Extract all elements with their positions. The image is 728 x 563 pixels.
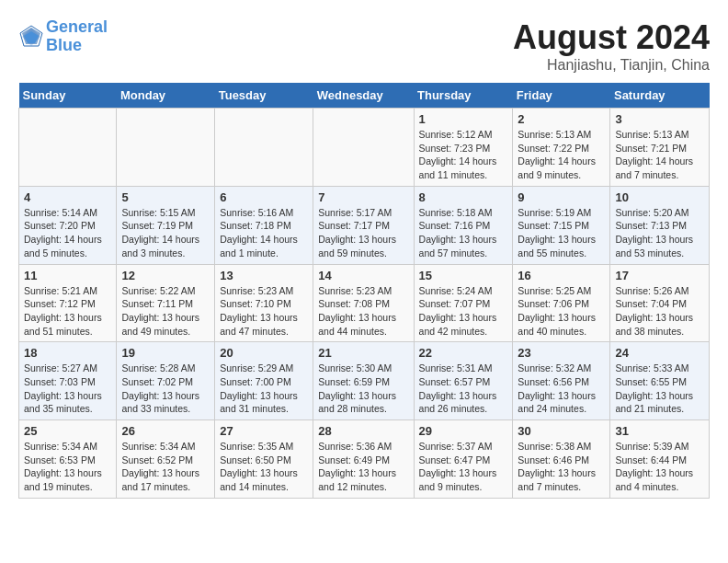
calendar-cell: 24Sunrise: 5:33 AM Sunset: 6:55 PM Dayli… bbox=[610, 342, 710, 420]
weekday-header-tuesday: Tuesday bbox=[215, 83, 313, 109]
location: Hanjiashu, Tianjin, China bbox=[513, 57, 710, 74]
day-number: 13 bbox=[220, 269, 308, 282]
day-info: Sunrise: 5:34 AM Sunset: 6:53 PM Dayligh… bbox=[24, 440, 111, 494]
calendar-week-4: 18Sunrise: 5:27 AM Sunset: 7:03 PM Dayli… bbox=[19, 342, 710, 420]
logo: General Blue bbox=[18, 18, 108, 55]
calendar-cell: 4Sunrise: 5:14 AM Sunset: 7:20 PM Daylig… bbox=[19, 186, 117, 264]
day-info: Sunrise: 5:17 AM Sunset: 7:17 PM Dayligh… bbox=[318, 206, 408, 260]
calendar-cell: 9Sunrise: 5:19 AM Sunset: 7:15 PM Daylig… bbox=[513, 186, 610, 264]
title-block: August 2024 Hanjiashu, Tianjin, China bbox=[513, 18, 710, 74]
day-number: 8 bbox=[419, 190, 508, 204]
day-number: 23 bbox=[518, 346, 605, 360]
calendar-cell: 12Sunrise: 5:22 AM Sunset: 7:11 PM Dayli… bbox=[117, 264, 215, 342]
day-number: 14 bbox=[318, 269, 408, 282]
day-info: Sunrise: 5:31 AM Sunset: 6:57 PM Dayligh… bbox=[419, 362, 508, 416]
day-number: 29 bbox=[419, 424, 508, 438]
day-info: Sunrise: 5:39 AM Sunset: 6:44 PM Dayligh… bbox=[615, 440, 704, 494]
calendar-cell: 30Sunrise: 5:38 AM Sunset: 6:46 PM Dayli… bbox=[513, 420, 610, 499]
day-number: 30 bbox=[518, 424, 605, 438]
calendar-cell: 23Sunrise: 5:32 AM Sunset: 6:56 PM Dayli… bbox=[513, 342, 610, 420]
day-info: Sunrise: 5:13 AM Sunset: 7:22 PM Dayligh… bbox=[518, 128, 605, 182]
day-number: 31 bbox=[615, 424, 704, 438]
calendar-cell bbox=[117, 109, 215, 187]
day-number: 25 bbox=[24, 424, 111, 438]
calendar-cell: 15Sunrise: 5:24 AM Sunset: 7:07 PM Dayli… bbox=[414, 264, 513, 342]
weekday-header-row: SundayMondayTuesdayWednesdayThursdayFrid… bbox=[19, 83, 710, 109]
calendar-cell bbox=[313, 109, 414, 187]
day-number: 1 bbox=[419, 112, 508, 126]
day-info: Sunrise: 5:21 AM Sunset: 7:12 PM Dayligh… bbox=[24, 284, 111, 339]
calendar-week-1: 1Sunrise: 5:12 AM Sunset: 7:23 PM Daylig… bbox=[19, 109, 710, 187]
calendar-cell: 26Sunrise: 5:34 AM Sunset: 6:52 PM Dayli… bbox=[117, 420, 215, 499]
calendar-cell: 31Sunrise: 5:39 AM Sunset: 6:44 PM Dayli… bbox=[610, 420, 710, 499]
day-number: 17 bbox=[615, 269, 704, 282]
day-info: Sunrise: 5:24 AM Sunset: 7:07 PM Dayligh… bbox=[419, 284, 508, 339]
calendar-cell: 1Sunrise: 5:12 AM Sunset: 7:23 PM Daylig… bbox=[414, 109, 513, 187]
calendar-cell: 2Sunrise: 5:13 AM Sunset: 7:22 PM Daylig… bbox=[513, 109, 610, 187]
calendar-cell: 14Sunrise: 5:23 AM Sunset: 7:08 PM Dayli… bbox=[313, 264, 414, 342]
calendar-cell: 8Sunrise: 5:18 AM Sunset: 7:16 PM Daylig… bbox=[414, 186, 513, 264]
day-info: Sunrise: 5:37 AM Sunset: 6:47 PM Dayligh… bbox=[419, 440, 508, 494]
day-info: Sunrise: 5:28 AM Sunset: 7:02 PM Dayligh… bbox=[121, 362, 210, 416]
calendar-cell: 11Sunrise: 5:21 AM Sunset: 7:12 PM Dayli… bbox=[19, 264, 117, 342]
day-info: Sunrise: 5:29 AM Sunset: 7:00 PM Dayligh… bbox=[220, 362, 308, 416]
calendar-cell: 7Sunrise: 5:17 AM Sunset: 7:17 PM Daylig… bbox=[313, 186, 414, 264]
day-number: 12 bbox=[121, 269, 210, 282]
calendar-cell bbox=[215, 109, 313, 187]
day-info: Sunrise: 5:27 AM Sunset: 7:03 PM Dayligh… bbox=[24, 362, 111, 416]
day-info: Sunrise: 5:25 AM Sunset: 7:06 PM Dayligh… bbox=[518, 284, 605, 339]
calendar-cell: 13Sunrise: 5:23 AM Sunset: 7:10 PM Dayli… bbox=[215, 264, 313, 342]
day-info: Sunrise: 5:32 AM Sunset: 6:56 PM Dayligh… bbox=[518, 362, 605, 416]
day-number: 11 bbox=[24, 269, 111, 282]
calendar-cell: 20Sunrise: 5:29 AM Sunset: 7:00 PM Dayli… bbox=[215, 342, 313, 420]
day-info: Sunrise: 5:22 AM Sunset: 7:11 PM Dayligh… bbox=[121, 284, 210, 339]
weekday-header-monday: Monday bbox=[117, 83, 215, 109]
calendar-cell: 29Sunrise: 5:37 AM Sunset: 6:47 PM Dayli… bbox=[414, 420, 513, 499]
logo-text: General Blue bbox=[46, 18, 108, 55]
calendar-cell: 5Sunrise: 5:15 AM Sunset: 7:19 PM Daylig… bbox=[117, 186, 215, 264]
calendar-cell: 28Sunrise: 5:36 AM Sunset: 6:49 PM Dayli… bbox=[313, 420, 414, 499]
day-number: 27 bbox=[220, 424, 308, 438]
weekday-header-friday: Friday bbox=[513, 83, 610, 109]
weekday-header-sunday: Sunday bbox=[19, 83, 117, 109]
calendar-cell: 3Sunrise: 5:13 AM Sunset: 7:21 PM Daylig… bbox=[610, 109, 710, 187]
day-number: 15 bbox=[419, 269, 508, 282]
day-number: 22 bbox=[419, 346, 508, 360]
day-number: 26 bbox=[121, 424, 210, 438]
day-info: Sunrise: 5:23 AM Sunset: 7:08 PM Dayligh… bbox=[318, 284, 408, 339]
day-info: Sunrise: 5:36 AM Sunset: 6:49 PM Dayligh… bbox=[318, 440, 408, 494]
month-year: August 2024 bbox=[513, 18, 710, 57]
day-number: 21 bbox=[318, 346, 408, 360]
day-number: 2 bbox=[518, 112, 605, 126]
day-info: Sunrise: 5:23 AM Sunset: 7:10 PM Dayligh… bbox=[220, 284, 308, 339]
day-info: Sunrise: 5:15 AM Sunset: 7:19 PM Dayligh… bbox=[121, 206, 210, 260]
day-number: 19 bbox=[121, 346, 210, 360]
calendar-week-5: 25Sunrise: 5:34 AM Sunset: 6:53 PM Dayli… bbox=[19, 420, 710, 499]
calendar-week-3: 11Sunrise: 5:21 AM Sunset: 7:12 PM Dayli… bbox=[19, 264, 710, 342]
calendar-cell: 6Sunrise: 5:16 AM Sunset: 7:18 PM Daylig… bbox=[215, 186, 313, 264]
calendar-table: SundayMondayTuesdayWednesdayThursdayFrid… bbox=[18, 83, 710, 499]
day-number: 9 bbox=[518, 190, 605, 204]
calendar-cell: 27Sunrise: 5:35 AM Sunset: 6:50 PM Dayli… bbox=[215, 420, 313, 499]
day-info: Sunrise: 5:19 AM Sunset: 7:15 PM Dayligh… bbox=[518, 206, 605, 260]
calendar-cell bbox=[19, 109, 117, 187]
day-info: Sunrise: 5:33 AM Sunset: 6:55 PM Dayligh… bbox=[615, 362, 704, 416]
day-info: Sunrise: 5:35 AM Sunset: 6:50 PM Dayligh… bbox=[220, 440, 308, 494]
day-number: 16 bbox=[518, 269, 605, 282]
day-number: 24 bbox=[615, 346, 704, 360]
weekday-header-saturday: Saturday bbox=[610, 83, 710, 109]
day-info: Sunrise: 5:26 AM Sunset: 7:04 PM Dayligh… bbox=[615, 284, 704, 339]
day-number: 10 bbox=[615, 190, 704, 204]
calendar-cell: 22Sunrise: 5:31 AM Sunset: 6:57 PM Dayli… bbox=[414, 342, 513, 420]
weekday-header-thursday: Thursday bbox=[414, 83, 513, 109]
day-info: Sunrise: 5:38 AM Sunset: 6:46 PM Dayligh… bbox=[518, 440, 605, 494]
calendar-cell: 19Sunrise: 5:28 AM Sunset: 7:02 PM Dayli… bbox=[117, 342, 215, 420]
day-info: Sunrise: 5:14 AM Sunset: 7:20 PM Dayligh… bbox=[24, 206, 111, 260]
calendar-week-2: 4Sunrise: 5:14 AM Sunset: 7:20 PM Daylig… bbox=[19, 186, 710, 264]
calendar-cell: 10Sunrise: 5:20 AM Sunset: 7:13 PM Dayli… bbox=[610, 186, 710, 264]
day-info: Sunrise: 5:18 AM Sunset: 7:16 PM Dayligh… bbox=[419, 206, 508, 260]
day-number: 3 bbox=[615, 112, 704, 126]
day-info: Sunrise: 5:13 AM Sunset: 7:21 PM Dayligh… bbox=[615, 128, 704, 182]
calendar-cell: 18Sunrise: 5:27 AM Sunset: 7:03 PM Dayli… bbox=[19, 342, 117, 420]
day-number: 18 bbox=[24, 346, 111, 360]
